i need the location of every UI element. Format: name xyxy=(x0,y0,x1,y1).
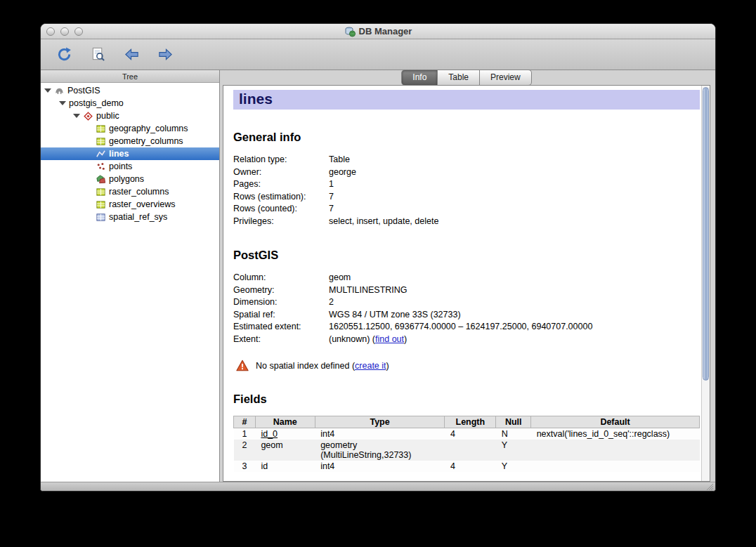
table-blue-icon xyxy=(96,212,106,223)
resize-grip[interactable] xyxy=(705,482,714,491)
sql-window-icon xyxy=(90,46,106,62)
warning-text: No spatial index defined (create it) xyxy=(256,361,389,371)
line-layer-icon xyxy=(96,149,106,159)
warning-prefix: No spatial index defined ( xyxy=(256,361,355,371)
tree-item-lines[interactable]: lines xyxy=(41,147,219,160)
tree-item-raster-overviews[interactable]: raster_overviews xyxy=(41,198,219,211)
vertical-scrollbar[interactable] xyxy=(701,86,710,481)
field-num: 3 xyxy=(234,461,256,472)
import-layer-button[interactable] xyxy=(121,44,142,65)
db-manager-window: DB Manager xyxy=(40,23,716,492)
field-name: id xyxy=(255,461,315,472)
tab-preview[interactable]: Preview xyxy=(480,70,532,86)
tree-item-label: postgis_demo xyxy=(69,98,124,108)
page-title: lines xyxy=(233,90,700,110)
tree-item-geometry-columns[interactable]: geometry_columns xyxy=(41,135,219,147)
field-default: nextval('lines_id_0_seq'::regclass) xyxy=(531,428,700,440)
disclosure-triangle[interactable] xyxy=(59,101,66,105)
tab-label: Info xyxy=(412,72,426,82)
connections-tree[interactable]: PostGIS postgis_demo public xyxy=(41,83,219,482)
col-header-length: Length xyxy=(445,416,496,428)
info-value: geom xyxy=(329,272,700,284)
section-heading-general: General info xyxy=(233,131,700,144)
field-null: N xyxy=(496,428,531,440)
general-info-rows: Relation type:Table Owner:george Pages:1… xyxy=(233,154,700,228)
table-icon xyxy=(96,187,106,197)
warning-icon xyxy=(236,360,249,371)
table-icon xyxy=(96,136,106,147)
zoom-button[interactable] xyxy=(74,27,83,36)
tree-item-geography-columns[interactable]: geography_columns xyxy=(41,122,219,135)
main-split: Tree PostGIS postgis_demo xyxy=(41,70,715,482)
info-label: Spatial ref: xyxy=(233,309,329,322)
field-default xyxy=(531,440,700,461)
col-header-name: Name xyxy=(255,416,315,428)
sql-window-button[interactable] xyxy=(87,44,108,65)
tree-panel: Tree PostGIS postgis_demo xyxy=(41,70,220,482)
tree-item-spatial-ref-sys[interactable]: spatial_ref_sys xyxy=(41,211,219,223)
tree-item-postgis-demo[interactable]: postgis_demo xyxy=(41,97,219,110)
info-label: Geometry: xyxy=(233,284,329,297)
info-label: Dimension: xyxy=(233,296,329,309)
disclosure-triangle[interactable] xyxy=(44,88,51,93)
tree-item-label: geography_columns xyxy=(109,124,188,133)
extent-prefix: (unknown) ( xyxy=(329,334,375,344)
field-length: 4 xyxy=(445,428,496,440)
tree-item-points[interactable]: points xyxy=(41,160,219,173)
field-length xyxy=(445,440,496,461)
tree-item-label: lines xyxy=(109,149,129,159)
close-button[interactable] xyxy=(46,27,55,36)
info-label: Pages: xyxy=(233,178,329,191)
info-content: lines General info Relation type:Table O… xyxy=(223,86,701,481)
tree-item-postgis[interactable]: PostGIS xyxy=(41,84,219,97)
window-title-text: DB Manager xyxy=(359,26,412,37)
tree-item-label: geometry_columns xyxy=(109,136,183,146)
info-value: 7 xyxy=(329,203,700,216)
polygon-layer-icon xyxy=(96,174,106,185)
field-type: int4 xyxy=(315,461,445,472)
tree-item-label: spatial_ref_sys xyxy=(109,212,167,222)
find-out-link[interactable]: find out xyxy=(375,334,404,344)
info-label: Extent: xyxy=(233,334,329,346)
field-type: int4 xyxy=(315,428,445,440)
scrollbar-thumb[interactable] xyxy=(703,87,709,381)
tab-info[interactable]: Info xyxy=(401,70,438,86)
tab-table[interactable]: Table xyxy=(438,70,480,86)
info-label: Privileges: xyxy=(233,216,329,228)
minimize-button[interactable] xyxy=(60,27,69,36)
titlebar[interactable]: DB Manager xyxy=(41,24,715,39)
info-value: 1 xyxy=(329,178,700,191)
import-layer-icon xyxy=(124,46,140,62)
info-value: (unknown) (find out) xyxy=(329,334,700,346)
field-row: 2 geom geometry (MultiLineString,32733) … xyxy=(234,440,700,461)
tree-item-public[interactable]: public xyxy=(41,110,219,122)
field-name: id_0 xyxy=(255,428,315,440)
tree-item-label: PostGIS xyxy=(67,86,100,95)
info-label: Relation type: xyxy=(233,154,329,166)
schema-icon xyxy=(83,111,93,121)
field-num: 2 xyxy=(234,440,256,461)
col-header-type: Type xyxy=(315,416,445,428)
info-label: Rows (estimation): xyxy=(233,191,329,204)
info-label: Estimated extent: xyxy=(233,321,329,334)
tree-panel-title: Tree xyxy=(122,72,138,81)
table-icon xyxy=(96,124,106,134)
disclosure-triangle[interactable] xyxy=(73,114,80,118)
app-icon xyxy=(344,26,356,37)
col-header-null: Null xyxy=(496,416,531,428)
tree-panel-header: Tree xyxy=(41,70,219,83)
tree-item-label: polygons xyxy=(109,174,144,184)
export-file-button[interactable] xyxy=(155,44,176,65)
field-row: 3 id int4 4 Y xyxy=(234,461,700,472)
info-label: Owner: xyxy=(233,166,329,179)
refresh-icon xyxy=(56,46,72,62)
refresh-button[interactable] xyxy=(53,44,74,65)
tree-item-raster-columns[interactable]: raster_columns xyxy=(41,185,219,198)
tree-item-label: public xyxy=(96,111,119,121)
tree-item-polygons[interactable]: polygons xyxy=(41,173,219,185)
extent-suffix: ) xyxy=(404,334,407,344)
postgis-icon xyxy=(54,86,65,96)
field-null: Y xyxy=(496,461,531,472)
create-index-link[interactable]: create it xyxy=(355,361,386,371)
info-label: Column: xyxy=(233,272,329,284)
